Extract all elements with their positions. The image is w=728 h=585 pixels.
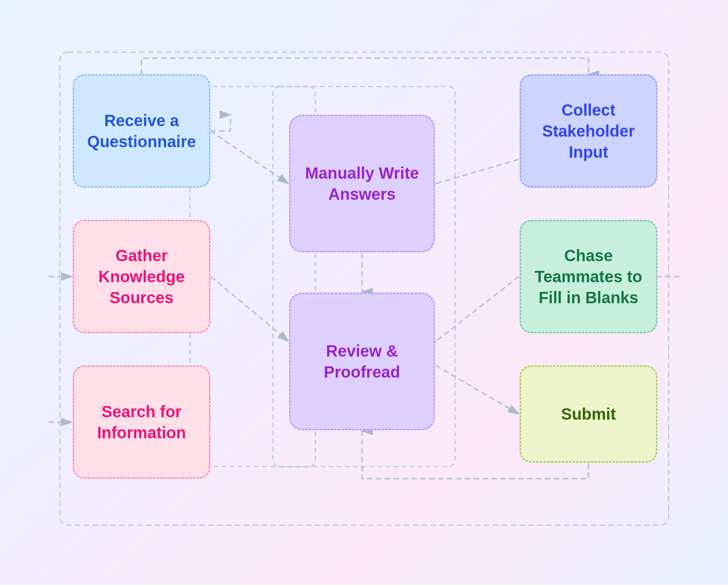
node-collect-label: Collect Stakeholder Input bbox=[531, 99, 646, 163]
node-receive: Receive a Questionnaire bbox=[73, 74, 210, 188]
node-review: Review & Proofread bbox=[289, 293, 435, 430]
node-search: Search for Information bbox=[73, 365, 210, 479]
node-receive-label: Receive a Questionnaire bbox=[84, 110, 199, 152]
node-chase: Chase Teammates to Fill in Blanks bbox=[520, 220, 657, 333]
node-write: Manually Write Answers bbox=[289, 115, 435, 252]
node-review-label: Review & Proofread bbox=[300, 340, 424, 382]
node-submit: Submit bbox=[520, 365, 657, 463]
node-collect: Collect Stakeholder Input bbox=[520, 74, 657, 188]
node-submit-label: Submit bbox=[561, 403, 616, 424]
node-write-label: Manually Write Answers bbox=[300, 163, 424, 205]
node-chase-label: Chase Teammates to Fill in Blanks bbox=[531, 245, 646, 308]
node-search-label: Search for Information bbox=[84, 401, 199, 443]
node-gather-label: Gather Knowledge Sources bbox=[84, 245, 199, 308]
diagram-container: Receive a Questionnaire Gather Knowledge… bbox=[49, 34, 679, 551]
node-gather: Gather Knowledge Sources bbox=[73, 220, 210, 333]
